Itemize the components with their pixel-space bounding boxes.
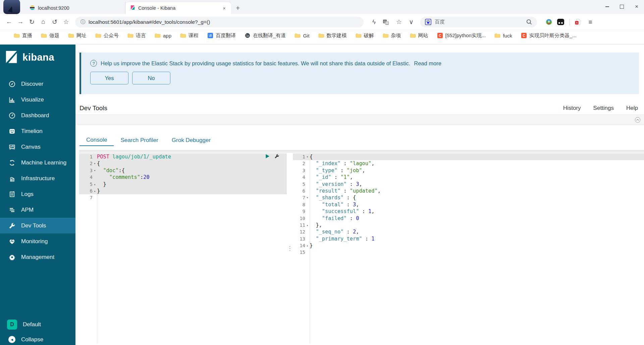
home-icon[interactable]: ⌂ — [39, 18, 48, 26]
pdf-icon[interactable] — [575, 19, 581, 25]
tab-search-profiler[interactable]: Search Profiler — [114, 135, 165, 146]
bookmark-item[interactable]: 直播 — [9, 32, 37, 39]
bookmark-item[interactable]: 译百度翻译 — [203, 32, 240, 39]
tab-close-icon[interactable]: × — [222, 5, 226, 11]
sidebar-collapse-button[interactable]: ◀ Collapse — [0, 332, 75, 345]
bookmark-item[interactable]: 杂项 — [378, 32, 406, 39]
yes-button[interactable]: Yes — [90, 72, 128, 84]
translate-icon[interactable]: G文 — [383, 19, 389, 25]
bookmark-label: 语言 — [136, 32, 146, 39]
browser-window: localhost:9200 Console - Kibana × + × ←→… — [0, 0, 644, 345]
star-outline-icon[interactable]: ☆ — [62, 18, 70, 26]
sidebar-item-label: Timelion — [21, 128, 43, 135]
wrench-settings-icon[interactable] — [274, 154, 279, 159]
editor-top-strip — [79, 150, 644, 153]
fold-close-icon[interactable]: ▴ — [305, 222, 310, 228]
fold-close-icon[interactable]: ▴ — [93, 181, 97, 188]
lightning-icon[interactable]: ϟ — [372, 18, 376, 26]
code-text: "_version" : 3, — [310, 181, 644, 188]
sidebar-item-visualize[interactable]: Visualize — [0, 92, 75, 108]
code-text: }, — [310, 222, 644, 228]
dropdown-chevron-icon[interactable]: ∨ — [409, 18, 414, 26]
close-button[interactable]: × — [629, 0, 644, 13]
sidebar-item-monitoring[interactable]: Monitoring — [0, 233, 75, 249]
sidebar-item-timelion[interactable]: Timelion — [0, 123, 75, 139]
bookmark-item[interactable]: 网址 — [64, 32, 91, 39]
sidebar-item-infrastructure[interactable]: Infrastructure — [0, 170, 75, 186]
fold-open-icon[interactable]: ▾ — [93, 167, 97, 174]
sidebar-item-machine-learning[interactable]: Machine Learning — [0, 155, 75, 170]
url-text[interactable]: localhost:5601/app/kibana#/dev_tools/con… — [89, 19, 210, 25]
undo-icon[interactable]: ↺ — [50, 18, 59, 26]
menu-history[interactable]: History — [563, 105, 581, 112]
maximize-button[interactable] — [614, 0, 629, 13]
menu-settings[interactable]: Settings — [593, 105, 614, 112]
search-icon[interactable] — [526, 19, 532, 25]
address-bar[interactable]: ⓘ localhost:5601/app/kibana#/dev_tools/c… — [75, 17, 364, 27]
menu-help[interactable]: Help — [626, 105, 638, 112]
sidebar-item-default-space[interactable]: D Default — [0, 317, 75, 332]
tab-console[interactable]: Console — [79, 135, 114, 146]
bookmark-label: 百度翻译 — [216, 32, 236, 39]
page-info-icon[interactable]: ⓘ — [80, 19, 85, 25]
sidebar-item-logs[interactable]: Logs — [0, 186, 75, 202]
browser-tab-kibana[interactable]: Console - Kibana × — [125, 2, 231, 14]
folder-icon — [127, 33, 133, 38]
sidebar-item-dev-tools[interactable]: Dev Tools — [0, 218, 75, 233]
sidebar-item-discover[interactable]: Discover — [0, 76, 75, 92]
line-number: 3 — [79, 167, 93, 174]
bookmark-item[interactable]: 做题 — [37, 32, 64, 39]
discover-icon — [9, 81, 15, 87]
extension-icon[interactable] — [557, 19, 564, 25]
browser-search-box[interactable]: 百度 — [420, 17, 537, 27]
tab-grok-debugger[interactable]: Grok Debugger — [165, 135, 217, 146]
no-button[interactable]: No — [132, 72, 170, 84]
fold-close-icon[interactable]: ▴ — [305, 242, 310, 249]
bookmark-item[interactable]: C[552]python实现... — [433, 32, 490, 39]
sidebar-item-dashboard[interactable]: Dashboard — [0, 108, 75, 123]
profile-avatar[interactable] — [3, 0, 20, 14]
idm-icon[interactable] — [546, 19, 552, 25]
star-outline-icon[interactable]: ☆ — [396, 18, 402, 26]
bookmark-item[interactable]: app — [150, 33, 176, 39]
code-line: 7▾ "_shards" : { — [293, 194, 644, 201]
sidebar-item-apm[interactable]: APM — [0, 202, 75, 218]
new-tab-button[interactable]: + — [231, 4, 245, 12]
page-title: Dev Tools — [79, 105, 107, 112]
search-engine-label: 百度 — [435, 19, 523, 25]
response-viewer[interactable]: 1▾{2 "_index" : "lagou",3 "_type" : "job… — [293, 153, 644, 344]
fold-open-icon[interactable]: ▾ — [93, 160, 97, 167]
pane-resize-handle[interactable]: ⋮ — [287, 153, 293, 344]
bookmark-item[interactable]: C实现贝叶斯分类器_... — [517, 32, 581, 39]
browser-tab-elasticsearch[interactable]: localhost:9200 — [25, 2, 125, 14]
bookmark-item[interactable]: fuck — [490, 33, 517, 39]
fold-close-icon[interactable]: ▴ — [93, 188, 97, 194]
sidebar-item-canvas[interactable]: Canvas — [0, 139, 75, 155]
bookmark-item[interactable]: 在线翻译_有道 — [240, 32, 290, 39]
code-line: 10 "failed" : 0 — [293, 215, 644, 222]
minimize-button[interactable] — [600, 0, 614, 13]
svg-text:C: C — [439, 33, 441, 38]
bookmark-item[interactable]: 语言 — [123, 32, 150, 39]
bookmark-label: 公众号 — [104, 32, 119, 39]
request-editor[interactable]: 1POST lagou/job/1/_update2▾{3▾ "doc":{4 … — [79, 153, 287, 344]
refresh-icon[interactable]: ↻ — [28, 18, 36, 26]
send-request-button[interactable] — [265, 154, 270, 159]
code-line: 5 "_version" : 3, — [293, 181, 644, 188]
sidebar-item-management[interactable]: Management — [0, 249, 75, 265]
forward-icon[interactable]: → — [16, 18, 25, 26]
menu-icon[interactable]: ≡ — [586, 18, 595, 26]
line-number: 15 — [293, 249, 305, 256]
fold-open-icon[interactable]: ▾ — [305, 194, 310, 201]
bookmark-item[interactable]: 课程 — [176, 32, 203, 39]
bookmark-item[interactable]: 网站 — [406, 32, 433, 39]
bookmark-item[interactable]: 破解 — [351, 32, 378, 39]
bookmark-item[interactable]: 数学建模 — [314, 32, 351, 39]
bookmark-item[interactable]: Git — [290, 33, 314, 39]
kibana-logo[interactable]: kibana — [4, 50, 75, 65]
back-icon[interactable]: ← — [5, 18, 13, 26]
collapse-banner-icon[interactable] — [635, 117, 641, 123]
read-more-link[interactable]: Read more — [414, 60, 441, 67]
fold-open-icon[interactable]: ▾ — [305, 153, 310, 160]
bookmark-item[interactable]: 公众号 — [91, 32, 123, 39]
